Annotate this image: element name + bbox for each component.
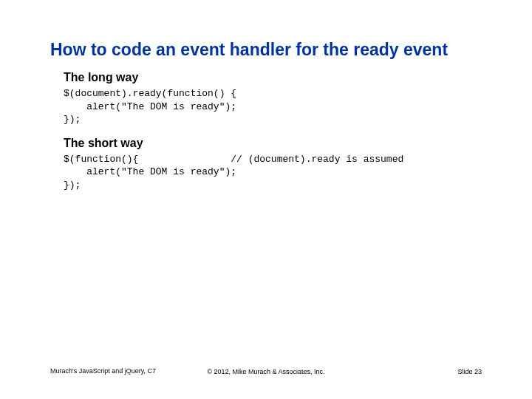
code-long-way: $(document).ready(function() { alert("Th…	[64, 87, 502, 126]
slide: How to code an event handler for the rea…	[0, 0, 532, 399]
slide-footer: Murach's JavaScript and jQuery, C7 © 201…	[50, 367, 482, 375]
slide-content: The long way $(document).ready(function(…	[64, 71, 502, 202]
code-short-way: $(function(){ // (document).ready is ass…	[64, 153, 502, 192]
subhead-short-way: The short way	[64, 137, 502, 150]
footer-copyright: © 2012, Mike Murach & Associates, Inc.	[50, 368, 482, 375]
subhead-long-way: The long way	[64, 71, 502, 84]
slide-title: How to code an event handler for the rea…	[50, 40, 502, 61]
